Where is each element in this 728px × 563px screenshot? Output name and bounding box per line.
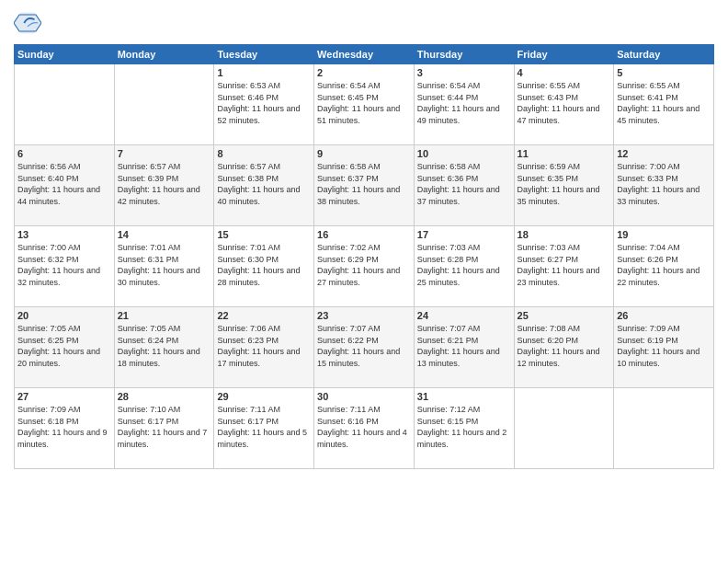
day-info: Sunrise: 7:07 AMSunset: 6:22 PMDaylight:… (317, 323, 411, 369)
day-number: 15 (217, 229, 311, 240)
day-info: Sunrise: 7:03 AMSunset: 6:28 PMDaylight:… (417, 242, 511, 288)
calendar-cell: 17Sunrise: 7:03 AMSunset: 6:28 PMDayligh… (414, 226, 514, 307)
day-info: Sunrise: 7:02 AMSunset: 6:29 PMDaylight:… (317, 242, 411, 288)
day-number: 29 (217, 391, 311, 402)
day-info: Sunrise: 7:10 AMSunset: 6:17 PMDaylight:… (118, 404, 211, 450)
calendar-week-row: 27Sunrise: 7:09 AMSunset: 6:18 PMDayligh… (15, 388, 714, 469)
day-info: Sunrise: 6:57 AMSunset: 6:39 PMDaylight:… (118, 161, 211, 207)
page-container: SundayMondayTuesdayWednesdayThursdayFrid… (0, 0, 728, 563)
calendar-day-header: Monday (114, 45, 214, 64)
day-info: Sunrise: 7:03 AMSunset: 6:27 PMDaylight:… (518, 242, 611, 288)
calendar-cell: 12Sunrise: 7:00 AMSunset: 6:33 PMDayligh… (614, 145, 714, 226)
day-number: 23 (317, 310, 411, 321)
day-info: Sunrise: 7:05 AMSunset: 6:25 PMDaylight:… (17, 323, 111, 369)
day-number: 7 (118, 148, 211, 159)
calendar-cell: 19Sunrise: 7:04 AMSunset: 6:26 PMDayligh… (614, 226, 714, 307)
calendar-cell: 7Sunrise: 6:57 AMSunset: 6:39 PMDaylight… (114, 145, 214, 226)
day-number: 21 (118, 310, 211, 321)
day-info: Sunrise: 7:11 AMSunset: 6:17 PMDaylight:… (217, 404, 311, 450)
day-number: 10 (417, 148, 511, 159)
day-info: Sunrise: 6:58 AMSunset: 6:36 PMDaylight:… (417, 161, 511, 207)
day-number: 14 (118, 229, 211, 240)
day-number: 31 (417, 391, 511, 402)
calendar-day-header: Wednesday (314, 45, 415, 64)
calendar-header-row: SundayMondayTuesdayWednesdayThursdayFrid… (15, 45, 714, 64)
calendar-cell: 9Sunrise: 6:58 AMSunset: 6:37 PMDaylight… (314, 145, 415, 226)
day-info: Sunrise: 6:54 AMSunset: 6:44 PMDaylight:… (417, 80, 511, 126)
day-number: 6 (17, 148, 111, 159)
page-header (14, 9, 714, 37)
day-number: 8 (217, 148, 311, 159)
calendar-cell: 30Sunrise: 7:11 AMSunset: 6:16 PMDayligh… (314, 388, 415, 469)
calendar-cell: 23Sunrise: 7:07 AMSunset: 6:22 PMDayligh… (314, 307, 415, 388)
calendar-cell: 11Sunrise: 6:59 AMSunset: 6:35 PMDayligh… (514, 145, 614, 226)
calendar-cell: 4Sunrise: 6:55 AMSunset: 6:43 PMDaylight… (514, 64, 614, 145)
day-info: Sunrise: 6:57 AMSunset: 6:38 PMDaylight:… (217, 161, 311, 207)
day-info: Sunrise: 7:06 AMSunset: 6:23 PMDaylight:… (217, 323, 311, 369)
day-number: 4 (518, 67, 611, 78)
calendar-cell (614, 388, 714, 469)
day-info: Sunrise: 6:54 AMSunset: 6:45 PMDaylight:… (317, 80, 411, 126)
day-info: Sunrise: 6:58 AMSunset: 6:37 PMDaylight:… (317, 161, 411, 207)
day-number: 2 (317, 67, 411, 78)
calendar-cell (114, 64, 214, 145)
day-info: Sunrise: 7:05 AMSunset: 6:24 PMDaylight:… (118, 323, 211, 369)
logo-icon (14, 9, 41, 37)
day-number: 26 (617, 310, 711, 321)
day-number: 9 (317, 148, 411, 159)
calendar-cell: 3Sunrise: 6:54 AMSunset: 6:44 PMDaylight… (414, 64, 514, 145)
day-info: Sunrise: 7:11 AMSunset: 6:16 PMDaylight:… (317, 404, 411, 450)
day-info: Sunrise: 7:00 AMSunset: 6:32 PMDaylight:… (17, 242, 111, 288)
day-info: Sunrise: 6:59 AMSunset: 6:35 PMDaylight:… (518, 161, 611, 207)
day-info: Sunrise: 7:04 AMSunset: 6:26 PMDaylight:… (617, 242, 711, 288)
day-number: 17 (417, 229, 511, 240)
day-number: 22 (217, 310, 311, 321)
day-info: Sunrise: 7:12 AMSunset: 6:15 PMDaylight:… (417, 404, 511, 450)
day-info: Sunrise: 6:55 AMSunset: 6:43 PMDaylight:… (518, 80, 611, 126)
day-number: 3 (417, 67, 511, 78)
day-number: 5 (617, 67, 711, 78)
day-info: Sunrise: 7:01 AMSunset: 6:31 PMDaylight:… (118, 242, 211, 288)
day-number: 16 (317, 229, 411, 240)
calendar-cell: 27Sunrise: 7:09 AMSunset: 6:18 PMDayligh… (15, 388, 115, 469)
day-number: 12 (617, 148, 711, 159)
day-number: 18 (518, 229, 611, 240)
calendar-cell: 21Sunrise: 7:05 AMSunset: 6:24 PMDayligh… (114, 307, 214, 388)
logo (14, 9, 45, 37)
day-info: Sunrise: 7:08 AMSunset: 6:20 PMDaylight:… (518, 323, 611, 369)
calendar-cell: 6Sunrise: 6:56 AMSunset: 6:40 PMDaylight… (15, 145, 115, 226)
calendar-day-header: Friday (514, 45, 614, 64)
calendar-cell: 8Sunrise: 6:57 AMSunset: 6:38 PMDaylight… (214, 145, 314, 226)
day-info: Sunrise: 7:09 AMSunset: 6:19 PMDaylight:… (617, 323, 711, 369)
day-number: 28 (118, 391, 211, 402)
calendar-cell (514, 388, 614, 469)
calendar-cell: 22Sunrise: 7:06 AMSunset: 6:23 PMDayligh… (214, 307, 314, 388)
calendar-cell: 16Sunrise: 7:02 AMSunset: 6:29 PMDayligh… (314, 226, 415, 307)
day-info: Sunrise: 6:53 AMSunset: 6:46 PMDaylight:… (217, 80, 311, 126)
day-number: 19 (617, 229, 711, 240)
calendar-cell: 28Sunrise: 7:10 AMSunset: 6:17 PMDayligh… (114, 388, 214, 469)
day-number: 1 (217, 67, 311, 78)
calendar-day-header: Sunday (15, 45, 115, 64)
day-number: 13 (17, 229, 111, 240)
calendar-cell: 25Sunrise: 7:08 AMSunset: 6:20 PMDayligh… (514, 307, 614, 388)
calendar-week-row: 1Sunrise: 6:53 AMSunset: 6:46 PMDaylight… (15, 64, 714, 145)
calendar-cell: 1Sunrise: 6:53 AMSunset: 6:46 PMDaylight… (214, 64, 314, 145)
day-info: Sunrise: 7:01 AMSunset: 6:30 PMDaylight:… (217, 242, 311, 288)
day-info: Sunrise: 6:55 AMSunset: 6:41 PMDaylight:… (617, 80, 711, 126)
day-info: Sunrise: 6:56 AMSunset: 6:40 PMDaylight:… (17, 161, 111, 207)
day-number: 30 (317, 391, 411, 402)
calendar-cell: 24Sunrise: 7:07 AMSunset: 6:21 PMDayligh… (414, 307, 514, 388)
day-number: 24 (417, 310, 511, 321)
calendar-day-header: Thursday (414, 45, 514, 64)
calendar-cell: 20Sunrise: 7:05 AMSunset: 6:25 PMDayligh… (15, 307, 115, 388)
calendar-cell: 18Sunrise: 7:03 AMSunset: 6:27 PMDayligh… (514, 226, 614, 307)
calendar-cell (15, 64, 115, 145)
calendar-week-row: 6Sunrise: 6:56 AMSunset: 6:40 PMDaylight… (15, 145, 714, 226)
calendar-cell: 5Sunrise: 6:55 AMSunset: 6:41 PMDaylight… (614, 64, 714, 145)
calendar-cell: 10Sunrise: 6:58 AMSunset: 6:36 PMDayligh… (414, 145, 514, 226)
calendar-cell: 2Sunrise: 6:54 AMSunset: 6:45 PMDaylight… (314, 64, 415, 145)
calendar-cell: 26Sunrise: 7:09 AMSunset: 6:19 PMDayligh… (614, 307, 714, 388)
calendar-week-row: 20Sunrise: 7:05 AMSunset: 6:25 PMDayligh… (15, 307, 714, 388)
day-number: 25 (518, 310, 611, 321)
